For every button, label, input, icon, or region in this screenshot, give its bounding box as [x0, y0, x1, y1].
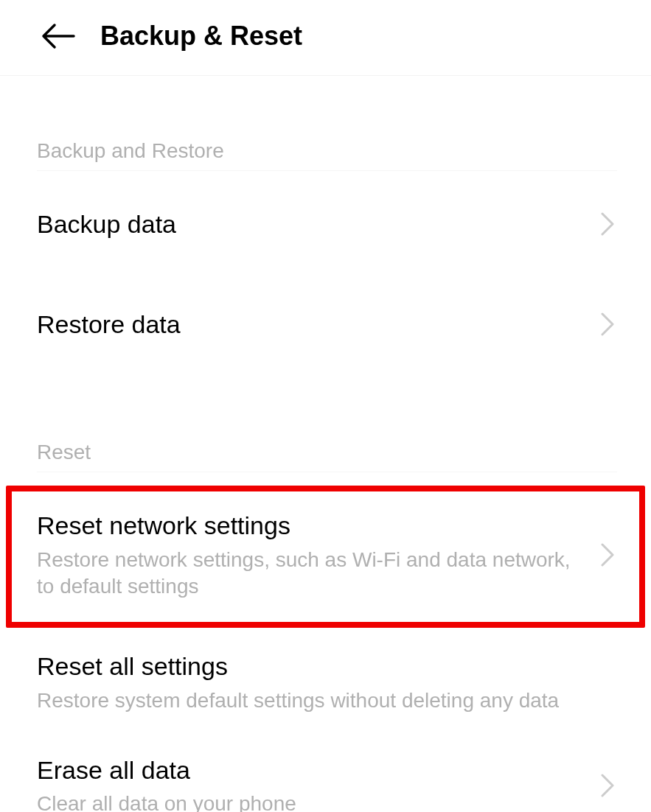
backup-data-item[interactable]: Backup data	[37, 171, 614, 274]
item-title: Reset all settings	[37, 650, 599, 682]
item-subtitle: Clear all data on your phone	[37, 791, 586, 812]
chevron-right-icon	[601, 312, 614, 336]
chevron-right-icon	[601, 543, 614, 567]
erase-all-data-item[interactable]: Erase all data Clear all data on your ph…	[37, 733, 614, 812]
page-title: Backup & Reset	[100, 21, 302, 52]
reset-all-settings-item[interactable]: Reset all settings Restore system defaul…	[37, 635, 614, 733]
item-title: Erase all data	[37, 754, 586, 786]
highlight-annotation: Reset network settings Restore network s…	[6, 486, 645, 628]
back-button[interactable]	[41, 23, 75, 49]
item-text: Reset network settings Restore network s…	[37, 509, 601, 600]
item-text: Erase all data Clear all data on your ph…	[37, 754, 601, 812]
section-header-backup-restore: Backup and Restore	[37, 76, 617, 171]
header-bar: Backup & Reset	[0, 0, 651, 76]
arrow-left-icon	[41, 23, 75, 49]
chevron-right-icon	[601, 212, 614, 236]
reset-network-settings-item[interactable]: Reset network settings Restore network s…	[37, 509, 614, 600]
item-text: Reset all settings Restore system defaul…	[37, 650, 614, 714]
item-title: Backup data	[37, 208, 586, 240]
item-subtitle: Restore network settings, such as Wi-Fi …	[37, 547, 586, 601]
item-subtitle: Restore system default settings without …	[37, 687, 599, 714]
item-title: Restore data	[37, 308, 586, 340]
content-area: Backup and Restore Backup data Restore d…	[0, 76, 651, 812]
restore-data-item[interactable]: Restore data	[37, 274, 614, 374]
item-title: Reset network settings	[37, 509, 586, 542]
item-text: Backup data	[37, 208, 601, 240]
chevron-right-icon	[601, 774, 614, 797]
section-header-reset: Reset	[37, 374, 617, 472]
item-text: Restore data	[37, 308, 601, 340]
